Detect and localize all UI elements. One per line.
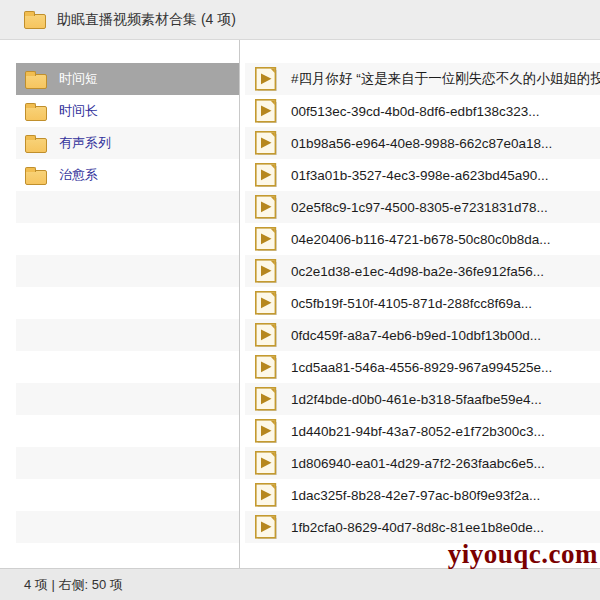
video-play-icon — [255, 419, 277, 443]
folder-icon — [25, 106, 47, 121]
video-play-icon — [255, 387, 277, 411]
file-item[interactable]: 1dac325f-8b28-42e7-97ac-b80f9e93f2a... — [245, 479, 600, 511]
header-bar: 助眠直播视频素材合集 (4 项) — [0, 0, 600, 40]
sidebar-empty-row — [16, 287, 239, 319]
file-item[interactable]: 00f513ec-39cd-4b0d-8df6-edbf138c323... — [245, 95, 600, 127]
video-play-icon — [255, 515, 277, 539]
file-item[interactable]: 04e20406-b116-4721-b678-50c80c0b8da... — [245, 223, 600, 255]
header-title: 助眠直播视频素材合集 (4 项) — [57, 11, 236, 29]
file-item[interactable]: 1d2f4bde-d0b0-461e-b318-5faafbe59e4... — [245, 383, 600, 415]
video-play-icon — [255, 323, 277, 347]
video-play-icon — [255, 99, 277, 123]
sidebar-list: 时间短 时间长 有声系列 治愈系 — [0, 63, 239, 543]
sidebar-empty-row — [16, 255, 239, 287]
file-name: 1d440b21-94bf-43a7-8052-e1f72b300c3... — [291, 424, 545, 439]
video-play-icon — [255, 67, 277, 91]
sidebar-item-label: 有声系列 — [59, 134, 111, 152]
file-list-panel: #四月你好 “这是来自于一位刚失恋不久的小姐姐的投稿，看完感 00f513ec-… — [245, 40, 600, 568]
sidebar-empty-row — [16, 351, 239, 383]
sidebar-empty-row — [16, 223, 239, 255]
file-name: 01b98a56-e964-40e8-9988-662c87e0a18... — [291, 136, 552, 151]
file-name: 00f513ec-39cd-4b0d-8df6-edbf138c323... — [291, 104, 539, 119]
watermark: yiyouqc.com — [448, 540, 598, 569]
file-name: #四月你好 “这是来自于一位刚失恋不久的小姐姐的投稿，看完感 — [291, 70, 600, 88]
sidebar-empty-row — [16, 383, 239, 415]
file-item[interactable]: 1d440b21-94bf-43a7-8052-e1f72b300c3... — [245, 415, 600, 447]
sidebar-empty-row — [16, 447, 239, 479]
file-item[interactable]: 1cd5aa81-546a-4556-8929-967a994525e... — [245, 351, 600, 383]
video-play-icon — [255, 291, 277, 315]
file-item[interactable]: 01b98a56-e964-40e8-9988-662c87e0a18... — [245, 127, 600, 159]
file-item[interactable]: 0fdc459f-a8a7-4eb6-b9ed-10dbf13b00d... — [245, 319, 600, 351]
file-list: #四月你好 “这是来自于一位刚失恋不久的小姐姐的投稿，看完感 00f513ec-… — [245, 63, 600, 543]
video-play-icon — [255, 163, 277, 187]
sidebar-panel: 时间短 时间长 有声系列 治愈系 — [0, 40, 240, 568]
file-name: 04e20406-b116-4721-b678-50c80c0b8da... — [291, 232, 550, 247]
video-play-icon — [255, 355, 277, 379]
file-item[interactable]: 02e5f8c9-1c97-4500-8305-e7231831d78... — [245, 191, 600, 223]
file-manager-window: 助眠直播视频素材合集 (4 项) 时间短 时间长 有声系列 治愈系 #四月你好 … — [0, 0, 600, 600]
file-name: 1dac325f-8b28-42e7-97ac-b80f9e93f2a... — [291, 488, 540, 503]
main-area: 时间短 时间长 有声系列 治愈系 #四月你好 “这是来自于一位刚失恋不久的小姐姐… — [0, 40, 600, 568]
file-name: 0fdc459f-a8a7-4eb6-b9ed-10dbf13b00d... — [291, 328, 541, 343]
status-bar: 4 项 | 右侧: 50 项 — [0, 568, 600, 600]
sidebar-item-label: 时间短 — [59, 70, 98, 88]
video-play-icon — [255, 259, 277, 283]
video-play-icon — [255, 451, 277, 475]
sidebar-item[interactable]: 时间长 — [16, 95, 239, 127]
folder-icon — [24, 14, 46, 29]
sidebar-empty-row — [16, 415, 239, 447]
sidebar-empty-row — [16, 191, 239, 223]
video-play-icon — [255, 131, 277, 155]
folder-icon — [25, 170, 47, 185]
file-name: 1d806940-ea01-4d29-a7f2-263faabc6e5... — [291, 456, 545, 471]
file-item[interactable]: 1d806940-ea01-4d29-a7f2-263faabc6e5... — [245, 447, 600, 479]
status-text: 4 项 | 右侧: 50 项 — [24, 576, 123, 594]
video-play-icon — [255, 195, 277, 219]
sidebar-empty-row — [16, 511, 239, 543]
file-name: 0c2e1d38-e1ec-4d98-ba2e-36fe912fa56... — [291, 264, 544, 279]
file-name: 01f3a01b-3527-4ec3-998e-a623bd45a90... — [291, 168, 548, 183]
file-name: 1cd5aa81-546a-4556-8929-967a994525e... — [291, 360, 552, 375]
file-item[interactable]: 01f3a01b-3527-4ec3-998e-a623bd45a90... — [245, 159, 600, 191]
sidebar-empty-row — [16, 479, 239, 511]
folder-icon — [25, 74, 47, 89]
file-name: 02e5f8c9-1c97-4500-8305-e7231831d78... — [291, 200, 548, 215]
file-item[interactable]: #四月你好 “这是来自于一位刚失恋不久的小姐姐的投稿，看完感 — [245, 63, 600, 95]
file-name: 0c5fb19f-510f-4105-871d-288fcc8f69a... — [291, 296, 532, 311]
video-play-icon — [255, 227, 277, 251]
file-name: 1fb2cfa0-8629-40d7-8d8c-81ee1b8e0de... — [291, 520, 544, 535]
sidebar-item-label: 治愈系 — [59, 166, 98, 184]
folder-icon — [25, 138, 47, 153]
file-item[interactable]: 0c2e1d38-e1ec-4d98-ba2e-36fe912fa56... — [245, 255, 600, 287]
file-item[interactable]: 0c5fb19f-510f-4105-871d-288fcc8f69a... — [245, 287, 600, 319]
video-play-icon — [255, 483, 277, 507]
sidebar-item[interactable]: 治愈系 — [16, 159, 239, 191]
sidebar-item-label: 时间长 — [59, 102, 98, 120]
sidebar-empty-row — [16, 319, 239, 351]
sidebar-item[interactable]: 有声系列 — [16, 127, 239, 159]
file-name: 1d2f4bde-d0b0-461e-b318-5faafbe59e4... — [291, 392, 542, 407]
sidebar-item[interactable]: 时间短 — [16, 63, 239, 95]
